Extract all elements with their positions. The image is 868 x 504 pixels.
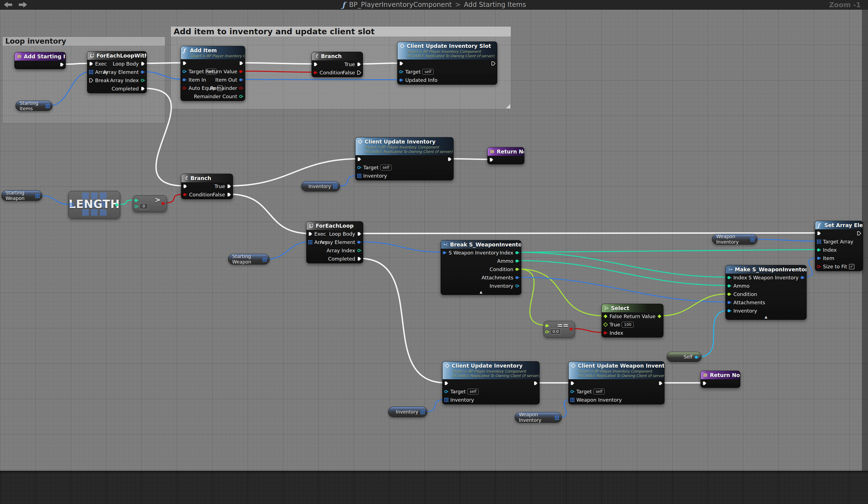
data-pin[interactable] bbox=[182, 86, 187, 90]
data-pin[interactable] bbox=[515, 275, 520, 280]
pin-value-field[interactable]: 100 bbox=[622, 322, 633, 327]
data-pin[interactable] bbox=[89, 70, 93, 74]
data-pin[interactable] bbox=[239, 78, 244, 82]
node-header[interactable]: Client Update Weapon InventoryTarget is … bbox=[569, 362, 664, 379]
data-pin[interactable] bbox=[161, 201, 166, 206]
exec-pin[interactable] bbox=[227, 192, 231, 197]
node-select-node[interactable]: SelectFalseTrue100IndexReturn Value bbox=[601, 304, 663, 337]
node-break-swi[interactable]: Break S_WeaponInventoryS Weapon Inventor… bbox=[441, 240, 521, 295]
variable-pill-self[interactable]: Self bbox=[667, 352, 702, 362]
node-header[interactable]: Client Update InventoryTarget is BP Play… bbox=[443, 362, 539, 379]
data-pin[interactable] bbox=[515, 283, 520, 288]
data-pin[interactable] bbox=[308, 240, 313, 244]
comment-resize-handle[interactable] bbox=[506, 104, 510, 109]
exec-pin[interactable] bbox=[357, 232, 362, 236]
data-pin[interactable] bbox=[817, 264, 821, 269]
node-header[interactable]: Branch bbox=[181, 174, 233, 182]
data-pin[interactable] bbox=[817, 256, 821, 261]
pin-value-field[interactable]: 0.0 bbox=[550, 329, 561, 334]
node-length-node[interactable]: LENGTH bbox=[68, 191, 120, 219]
node-header[interactable]: Make S_WeaponInventory bbox=[726, 265, 806, 274]
exec-pin[interactable] bbox=[239, 61, 244, 65]
node-equals-node[interactable]: ==0.0 bbox=[544, 321, 575, 337]
node-foreach-loop-with-break[interactable]: ForEachLoopWithBreakExecArrayBreakLoop B… bbox=[87, 51, 147, 93]
array-pin[interactable] bbox=[750, 237, 754, 242]
object-pin[interactable] bbox=[694, 355, 699, 359]
node-header[interactable]: Select bbox=[602, 304, 663, 312]
data-pin[interactable] bbox=[357, 165, 362, 170]
data-pin[interactable] bbox=[515, 267, 520, 272]
exec-pin[interactable] bbox=[141, 86, 145, 91]
data-pin[interactable] bbox=[134, 198, 139, 203]
exec-pin[interactable] bbox=[489, 158, 494, 162]
exec-pin[interactable] bbox=[313, 62, 318, 67]
data-pin[interactable] bbox=[727, 300, 732, 305]
comment-title[interactable]: Add item to inventory and update client … bbox=[171, 27, 511, 37]
exec-pin[interactable] bbox=[702, 381, 707, 386]
data-pin[interactable] bbox=[357, 248, 362, 253]
node-header[interactable]: Branch bbox=[312, 52, 363, 60]
variable-pill-weapon-inventory-top[interactable]: Weapon Inventory bbox=[712, 234, 757, 244]
exec-pin[interactable] bbox=[183, 184, 187, 189]
pin-value-field[interactable]: 0 bbox=[140, 203, 148, 209]
pin-value-field[interactable]: self bbox=[467, 389, 479, 394]
exec-pin[interactable] bbox=[89, 78, 93, 83]
array-pin[interactable] bbox=[420, 410, 424, 414]
exec-pin[interactable] bbox=[570, 381, 575, 386]
data-pin[interactable] bbox=[141, 70, 145, 74]
data-pin[interactable] bbox=[444, 389, 449, 394]
node-add-starting-items[interactable]: Add Starting Items bbox=[14, 52, 66, 69]
variable-pill-inventory-mid[interactable]: Inventory bbox=[301, 181, 340, 191]
node-make-swi[interactable]: Make S_WeaponInventoryIndexAmmoCondition… bbox=[725, 265, 807, 320]
data-pin[interactable] bbox=[515, 259, 520, 263]
variable-pill-weapon-inventory-bottom[interactable]: Weapon Inventory bbox=[515, 412, 562, 423]
exec-pin[interactable] bbox=[658, 381, 663, 386]
data-pin[interactable] bbox=[357, 173, 362, 178]
node-client-update-inventory-bottom[interactable]: Client Update InventoryTarget is BP Play… bbox=[442, 361, 540, 404]
node-branch-top[interactable]: BranchConditionTrueFalse bbox=[311, 52, 363, 77]
node-add-item[interactable]: ƒAdd ItemTarget is BP Player Inventory C… bbox=[180, 46, 245, 101]
data-pin[interactable] bbox=[570, 389, 575, 394]
node-foreach-loop[interactable]: ForEachLoopExecArrayLoop BodyArray Eleme… bbox=[306, 221, 363, 263]
data-pin[interactable] bbox=[603, 331, 608, 335]
back-arrow-icon[interactable] bbox=[4, 1, 12, 8]
exec-pin[interactable] bbox=[817, 231, 821, 236]
exec-pin[interactable] bbox=[399, 61, 404, 66]
exec-pin[interactable] bbox=[491, 61, 496, 66]
data-pin[interactable] bbox=[141, 78, 145, 83]
array-pin[interactable] bbox=[555, 415, 559, 420]
data-pin[interactable] bbox=[800, 275, 805, 280]
variable-pill-starting-items[interactable]: Starting Items bbox=[16, 101, 52, 111]
node-header[interactable]: Break S_WeaponInventory bbox=[441, 240, 521, 249]
data-pin[interactable] bbox=[182, 78, 187, 82]
data-pin[interactable] bbox=[603, 314, 608, 319]
collapse-arrow-icon[interactable]: ▲ bbox=[441, 290, 521, 294]
node-header[interactable]: Return Node bbox=[488, 148, 524, 156]
node-return-node-mid[interactable]: Return Node bbox=[487, 147, 524, 164]
data-pin[interactable] bbox=[570, 397, 575, 402]
node-header[interactable]: Add Starting Items bbox=[15, 52, 65, 61]
data-pin[interactable] bbox=[545, 330, 549, 334]
data-pin[interactable] bbox=[182, 69, 187, 74]
exec-pin[interactable] bbox=[308, 232, 313, 236]
pin-value-field[interactable]: self bbox=[380, 164, 392, 170]
node-return-node-bottom[interactable]: Return Node bbox=[701, 371, 740, 388]
exec-pin[interactable] bbox=[60, 62, 64, 67]
data-pin[interactable] bbox=[442, 250, 447, 255]
node-header[interactable]: ƒAdd ItemTarget is BP Player Inventory C… bbox=[181, 46, 245, 59]
data-pin[interactable] bbox=[115, 202, 120, 207]
data-pin[interactable] bbox=[545, 323, 549, 328]
data-pin[interactable] bbox=[399, 78, 404, 82]
node-header[interactable]: ForEachLoopWithBreak bbox=[87, 51, 146, 60]
exec-pin[interactable] bbox=[356, 70, 361, 75]
node-header[interactable]: Client Update Inventory SlotTarget is BP… bbox=[397, 42, 497, 60]
array-pin[interactable] bbox=[35, 194, 39, 198]
data-pin[interactable] bbox=[239, 69, 244, 74]
data-pin[interactable] bbox=[515, 250, 520, 255]
data-pin[interactable] bbox=[399, 69, 404, 74]
collapse-arrow-icon[interactable]: ▲ bbox=[726, 315, 806, 319]
exec-pin[interactable] bbox=[447, 157, 452, 162]
pin-value-field[interactable]: self bbox=[593, 389, 605, 394]
forward-arrow-icon[interactable] bbox=[19, 1, 27, 8]
data-pin[interactable] bbox=[817, 239, 821, 244]
